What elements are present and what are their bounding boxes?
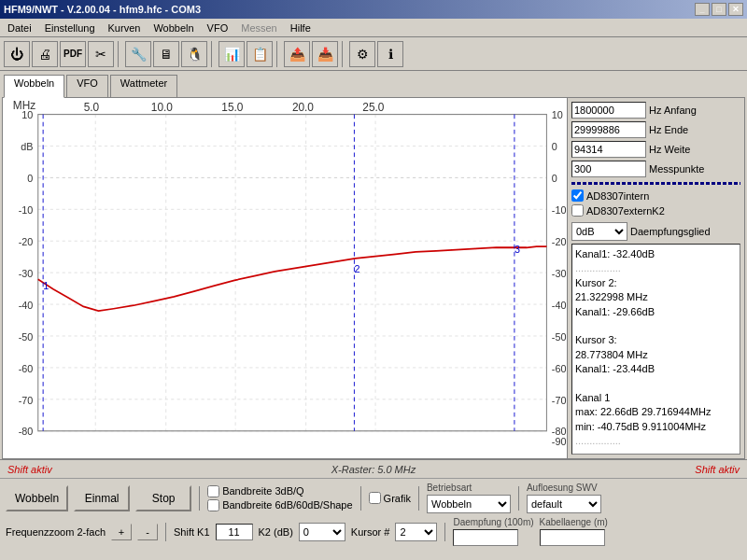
divider5: [165, 523, 166, 541]
svg-text:-10: -10: [19, 204, 34, 216]
bandbreite-6db-label: Bandbreite 6dB/60dB/Shape: [222, 499, 352, 511]
toolbar-pdf-icon[interactable]: PDF: [60, 41, 86, 67]
menu-messen[interactable]: Messen: [235, 21, 283, 35]
toolbar-chart-icon[interactable]: 📊: [218, 41, 245, 67]
menu-wobbeln[interactable]: Wobbeln: [148, 21, 199, 35]
menu-vfo[interactable]: VFO: [202, 21, 234, 35]
toolbar-power-icon[interactable]: ⏻: [4, 41, 30, 67]
info-line-5: [575, 319, 737, 333]
toolbar-sep4: [342, 41, 345, 67]
plus-button[interactable]: +: [111, 524, 132, 540]
betriebsart-label: Betriebsart: [427, 483, 511, 493]
toolbar-cut-icon[interactable]: ✂: [88, 41, 114, 67]
close-button[interactable]: ✕: [728, 3, 743, 16]
toolbar-settings-icon[interactable]: ⚙: [349, 41, 375, 67]
betriebsart-group: Betriebsart Wobbeln Einmal: [427, 483, 511, 513]
wobbeln-button[interactable]: Wobbeln: [6, 485, 68, 511]
toolbar-linux-icon[interactable]: 🐧: [181, 41, 207, 67]
svg-text:10: 10: [552, 109, 563, 120]
kursor-select[interactable]: 1 2 3: [395, 523, 437, 541]
stop-button[interactable]: Stop: [135, 485, 191, 511]
einmal-button[interactable]: Einmal: [74, 485, 130, 511]
hz-ende-label: Hz Ende: [649, 124, 688, 135]
daempfungsglied-select[interactable]: 0dB 10dB 20dB: [571, 222, 627, 241]
hz-ende-row: Hz Ende: [571, 121, 740, 138]
ad8307externk2-row: AD8307externK2: [571, 204, 740, 217]
bandbreite-6db-checkbox[interactable]: [207, 499, 219, 511]
status-left: Shift aktiv: [7, 464, 52, 475]
status-center: X-Raster: 5.0 MHz: [331, 464, 416, 475]
info-line-12: min: -40.75dB 9.911004MHz: [575, 420, 737, 434]
bandbreite-3db-label: Bandbreite 3dB/Q: [222, 485, 303, 497]
menu-datei[interactable]: Datei: [2, 21, 37, 35]
svg-text:1: 1: [43, 279, 49, 290]
main-content: 5.0 10.0 15.0 20.0 25.0 MHz 10 dB 0 -10 …: [2, 97, 745, 459]
aufloesung-select[interactable]: default: [527, 495, 601, 513]
frequenzzoom-label: Frequenzzoom 2-fach: [6, 526, 106, 538]
titlebar: HFM9/NWT - V.2.00.04 - hfm9.hfc - COM3 _…: [0, 0, 747, 19]
svg-text:-20: -20: [19, 236, 34, 247]
svg-text:5.0: 5.0: [84, 101, 100, 115]
tab-wobbeln[interactable]: Wobbeln: [4, 75, 64, 98]
menu-kurven[interactable]: Kurven: [103, 21, 147, 35]
daempfung-input[interactable]: [453, 529, 518, 546]
menu-einstellung[interactable]: Einstellung: [39, 21, 101, 35]
svg-text:-50: -50: [552, 330, 567, 342]
bandbreite-group: Bandbreite 3dB/Q Bandbreite 6dB/60dB/Sha…: [207, 485, 352, 511]
ad8307intern-checkbox[interactable]: [571, 189, 584, 202]
info-line-1: ................: [575, 261, 737, 275]
bandbreite-3db-row: Bandbreite 3dB/Q: [207, 485, 352, 497]
shift-k1-input[interactable]: [216, 524, 253, 540]
grafik-checkbox[interactable]: [369, 492, 381, 504]
svg-text:-30: -30: [552, 267, 567, 278]
bottom-row1: Wobbeln Einmal Stop Bandbreite 3dB/Q Ban…: [6, 483, 741, 513]
toolbar-import-icon[interactable]: 📥: [312, 41, 338, 67]
maximize-button[interactable]: □: [712, 3, 726, 16]
toolbar-clip-icon[interactable]: 📋: [247, 41, 273, 67]
bandbreite-3db-checkbox[interactable]: [207, 485, 219, 497]
divider1: [199, 486, 200, 511]
tab-vfo[interactable]: VFO: [66, 75, 108, 97]
svg-text:-20: -20: [552, 236, 567, 247]
toolbar-info-icon[interactable]: ℹ: [377, 41, 403, 67]
kabellaenge-group: Kabellaenge (m): [540, 517, 608, 546]
hz-anfang-input[interactable]: [571, 102, 646, 119]
chart-area[interactable]: 5.0 10.0 15.0 20.0 25.0 MHz 10 dB 0 -10 …: [3, 98, 567, 458]
minimize-button[interactable]: _: [695, 3, 710, 16]
tab-wattmeter[interactable]: Wattmeter: [110, 75, 177, 97]
minus-button[interactable]: -: [137, 524, 158, 540]
hz-weite-input[interactable]: [571, 141, 646, 158]
info-line-7: 28.773804 MHz: [575, 348, 737, 362]
toolbar-export-icon[interactable]: 📤: [284, 41, 310, 67]
svg-text:-70: -70: [19, 394, 34, 405]
ad8307externk2-checkbox[interactable]: [571, 204, 584, 217]
toolbar-sep1: [118, 41, 121, 67]
k2-db-select[interactable]: 0 1: [299, 523, 345, 541]
svg-text:-30: -30: [19, 267, 34, 278]
daempfung-label: Daempfung (100m): [453, 517, 533, 527]
svg-text:15.0: 15.0: [221, 101, 243, 115]
titlebar-buttons: _ □ ✕: [695, 3, 743, 16]
daempfungsglied-row: 0dB 10dB 20dB Daempfungsglied: [571, 222, 740, 241]
info-line-2: Kursor 2:: [575, 276, 737, 290]
toolbar-tools-icon[interactable]: 🔧: [125, 41, 151, 67]
toolbar-screen-icon[interactable]: 🖥: [153, 41, 179, 67]
svg-text:-40: -40: [552, 299, 567, 310]
messpunkte-row: Messpunkte: [571, 161, 740, 177]
svg-text:-80: -80: [19, 426, 34, 437]
menu-hilfe[interactable]: Hilfe: [285, 21, 317, 35]
statusbar: Shift aktiv X-Raster: 5.0 MHz Shift akti…: [0, 459, 747, 478]
ad8307intern-row: AD8307intern: [571, 189, 740, 202]
svg-text:0: 0: [552, 141, 557, 152]
messpunkte-input[interactable]: [571, 161, 646, 177]
ad8307intern-label: AD8307intern: [586, 190, 649, 202]
aufloesung-label: Aufloesung SWV: [527, 483, 601, 493]
right-panel: Hz Anfang Hz Ende Hz Weite Messpunkte AD…: [567, 98, 744, 458]
hz-ende-input[interactable]: [571, 121, 646, 138]
divider4: [518, 486, 519, 511]
betriebsart-select[interactable]: Wobbeln Einmal: [427, 495, 511, 513]
hz-anfang-label: Hz Anfang: [649, 105, 697, 116]
toolbar-print-icon[interactable]: 🖨: [32, 41, 58, 67]
kabellaenge-input[interactable]: [540, 529, 605, 546]
bottom-controls: Wobbeln Einmal Stop Bandbreite 3dB/Q Ban…: [0, 478, 747, 560]
